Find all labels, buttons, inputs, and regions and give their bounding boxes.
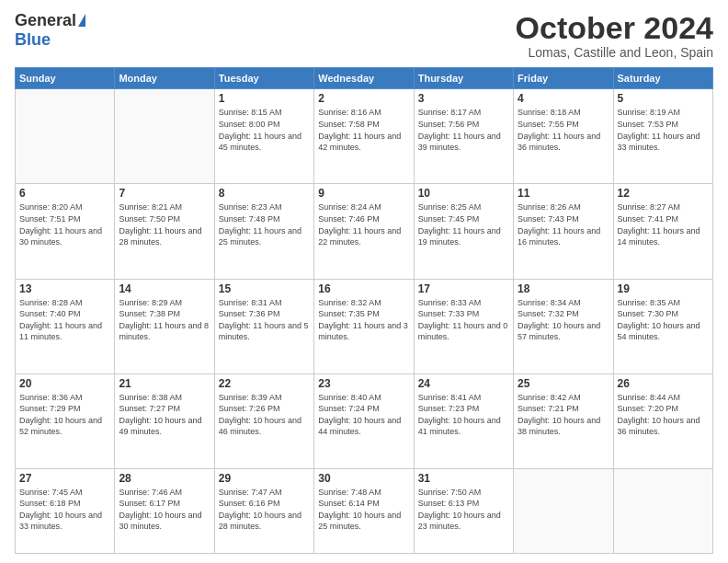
table-row: 3Sunrise: 8:17 AM Sunset: 7:56 PM Daylig…: [414, 89, 513, 184]
day-number: 10: [418, 187, 509, 200]
table-row: 28Sunrise: 7:46 AM Sunset: 6:17 PM Dayli…: [115, 468, 214, 553]
day-number: 5: [618, 92, 709, 105]
day-info: Sunrise: 8:26 AM Sunset: 7:43 PM Dayligh…: [518, 201, 609, 247]
day-number: 6: [19, 187, 110, 200]
day-info: Sunrise: 8:19 AM Sunset: 7:53 PM Dayligh…: [618, 107, 709, 153]
table-row: 10Sunrise: 8:25 AM Sunset: 7:45 PM Dayli…: [414, 184, 513, 279]
day-info: Sunrise: 8:20 AM Sunset: 7:51 PM Dayligh…: [19, 201, 110, 247]
logo: General Blue: [15, 11, 85, 50]
day-info: Sunrise: 8:36 AM Sunset: 7:29 PM Dayligh…: [19, 392, 110, 438]
table-row: 14Sunrise: 8:29 AM Sunset: 7:38 PM Dayli…: [115, 279, 214, 373]
day-number: 25: [518, 377, 609, 390]
day-info: Sunrise: 8:35 AM Sunset: 7:30 PM Dayligh…: [618, 297, 709, 343]
day-number: 13: [19, 282, 110, 295]
day-number: 19: [618, 282, 709, 295]
table-row: [16, 89, 115, 184]
table-row: 23Sunrise: 8:40 AM Sunset: 7:24 PM Dayli…: [314, 373, 414, 468]
day-info: Sunrise: 8:39 AM Sunset: 7:26 PM Dayligh…: [219, 392, 310, 438]
day-number: 1: [219, 92, 310, 105]
day-info: Sunrise: 8:21 AM Sunset: 7:50 PM Dayligh…: [119, 201, 210, 247]
day-number: 16: [318, 282, 409, 295]
day-number: 21: [119, 377, 210, 390]
header-saturday: Saturday: [613, 68, 712, 89]
table-row: 5Sunrise: 8:19 AM Sunset: 7:53 PM Daylig…: [613, 89, 712, 184]
calendar-week-row: 13Sunrise: 8:28 AM Sunset: 7:40 PM Dayli…: [16, 279, 713, 373]
day-info: Sunrise: 8:18 AM Sunset: 7:55 PM Dayligh…: [518, 107, 609, 153]
day-number: 31: [418, 472, 509, 485]
table-row: 30Sunrise: 7:48 AM Sunset: 6:14 PM Dayli…: [314, 468, 414, 553]
day-info: Sunrise: 7:50 AM Sunset: 6:13 PM Dayligh…: [418, 487, 509, 533]
day-number: 29: [219, 472, 310, 485]
logo-triangle-icon: [78, 14, 85, 27]
calendar-week-row: 20Sunrise: 8:36 AM Sunset: 7:29 PM Dayli…: [16, 373, 713, 468]
day-info: Sunrise: 8:23 AM Sunset: 7:48 PM Dayligh…: [219, 201, 310, 247]
day-info: Sunrise: 7:48 AM Sunset: 6:14 PM Dayligh…: [318, 487, 409, 533]
day-info: Sunrise: 8:41 AM Sunset: 7:23 PM Dayligh…: [418, 392, 509, 438]
table-row: 20Sunrise: 8:36 AM Sunset: 7:29 PM Dayli…: [16, 373, 115, 468]
logo-general: General: [15, 11, 76, 30]
header-wednesday: Wednesday: [314, 68, 414, 89]
day-info: Sunrise: 8:16 AM Sunset: 7:58 PM Dayligh…: [318, 107, 409, 153]
day-info: Sunrise: 8:28 AM Sunset: 7:40 PM Dayligh…: [19, 297, 110, 343]
table-row: 17Sunrise: 8:33 AM Sunset: 7:33 PM Dayli…: [414, 279, 513, 373]
table-row: 26Sunrise: 8:44 AM Sunset: 7:20 PM Dayli…: [613, 373, 712, 468]
day-number: 26: [618, 377, 709, 390]
table-row: 21Sunrise: 8:38 AM Sunset: 7:27 PM Dayli…: [115, 373, 214, 468]
day-number: 23: [318, 377, 409, 390]
logo-blue: Blue: [15, 30, 51, 50]
day-info: Sunrise: 7:47 AM Sunset: 6:16 PM Dayligh…: [219, 487, 310, 533]
table-row: 11Sunrise: 8:26 AM Sunset: 7:43 PM Dayli…: [514, 184, 613, 279]
header-sunday: Sunday: [16, 68, 115, 89]
table-row: 13Sunrise: 8:28 AM Sunset: 7:40 PM Dayli…: [16, 279, 115, 373]
table-row: 6Sunrise: 8:20 AM Sunset: 7:51 PM Daylig…: [16, 184, 115, 279]
weekday-header-row: Sunday Monday Tuesday Wednesday Thursday…: [16, 68, 713, 89]
day-number: 2: [318, 92, 409, 105]
day-info: Sunrise: 8:25 AM Sunset: 7:45 PM Dayligh…: [418, 201, 509, 247]
day-info: Sunrise: 8:34 AM Sunset: 7:32 PM Dayligh…: [518, 297, 609, 343]
day-number: 14: [119, 282, 210, 295]
table-row: 31Sunrise: 7:50 AM Sunset: 6:13 PM Dayli…: [414, 468, 513, 553]
header-monday: Monday: [115, 68, 214, 89]
day-info: Sunrise: 8:29 AM Sunset: 7:38 PM Dayligh…: [119, 297, 210, 343]
day-info: Sunrise: 7:45 AM Sunset: 6:18 PM Dayligh…: [19, 487, 110, 533]
day-number: 8: [219, 187, 310, 200]
day-number: 27: [19, 472, 110, 485]
day-info: Sunrise: 8:17 AM Sunset: 7:56 PM Dayligh…: [418, 107, 509, 153]
table-row: 1Sunrise: 8:15 AM Sunset: 8:00 PM Daylig…: [214, 89, 313, 184]
table-row: 4Sunrise: 8:18 AM Sunset: 7:55 PM Daylig…: [514, 89, 613, 184]
table-row: 16Sunrise: 8:32 AM Sunset: 7:35 PM Dayli…: [314, 279, 414, 373]
day-info: Sunrise: 8:15 AM Sunset: 8:00 PM Dayligh…: [219, 107, 310, 153]
day-info: Sunrise: 8:24 AM Sunset: 7:46 PM Dayligh…: [318, 201, 409, 247]
table-row: [613, 468, 712, 553]
day-info: Sunrise: 8:33 AM Sunset: 7:33 PM Dayligh…: [418, 297, 509, 343]
day-number: 24: [418, 377, 509, 390]
table-row: [514, 468, 613, 553]
day-number: 18: [518, 282, 609, 295]
table-row: 18Sunrise: 8:34 AM Sunset: 7:32 PM Dayli…: [514, 279, 613, 373]
day-number: 15: [219, 282, 310, 295]
calendar-week-row: 6Sunrise: 8:20 AM Sunset: 7:51 PM Daylig…: [16, 184, 713, 279]
table-row: 22Sunrise: 8:39 AM Sunset: 7:26 PM Dayli…: [214, 373, 313, 468]
table-row: 8Sunrise: 8:23 AM Sunset: 7:48 PM Daylig…: [214, 184, 313, 279]
month-title: October 2024: [516, 11, 713, 45]
table-row: 29Sunrise: 7:47 AM Sunset: 6:16 PM Dayli…: [214, 468, 313, 553]
table-row: 7Sunrise: 8:21 AM Sunset: 7:50 PM Daylig…: [115, 184, 214, 279]
day-number: 30: [318, 472, 409, 485]
day-number: 22: [219, 377, 310, 390]
day-number: 4: [518, 92, 609, 105]
day-number: 12: [618, 187, 709, 200]
table-row: 25Sunrise: 8:42 AM Sunset: 7:21 PM Dayli…: [514, 373, 613, 468]
table-row: 15Sunrise: 8:31 AM Sunset: 7:36 PM Dayli…: [214, 279, 313, 373]
table-row: 12Sunrise: 8:27 AM Sunset: 7:41 PM Dayli…: [613, 184, 712, 279]
header-friday: Friday: [514, 68, 613, 89]
day-number: 11: [518, 187, 609, 200]
table-row: 9Sunrise: 8:24 AM Sunset: 7:46 PM Daylig…: [314, 184, 414, 279]
header: General Blue October 2024 Lomas, Castill…: [15, 11, 713, 60]
calendar-table: Sunday Monday Tuesday Wednesday Thursday…: [15, 67, 713, 554]
day-info: Sunrise: 8:32 AM Sunset: 7:35 PM Dayligh…: [318, 297, 409, 343]
page: General Blue October 2024 Lomas, Castill…: [0, 0, 728, 563]
location-subtitle: Lomas, Castille and Leon, Spain: [516, 45, 713, 60]
day-number: 7: [119, 187, 210, 200]
day-info: Sunrise: 8:44 AM Sunset: 7:20 PM Dayligh…: [618, 392, 709, 438]
title-block: October 2024 Lomas, Castille and Leon, S…: [516, 11, 713, 60]
